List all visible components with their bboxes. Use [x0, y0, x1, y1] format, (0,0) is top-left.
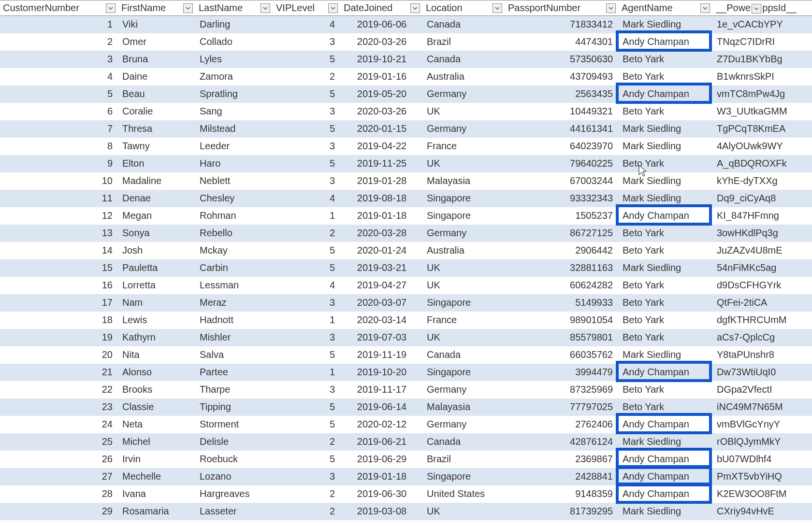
cell-location[interactable]: France	[423, 138, 505, 155]
cell-agent-name[interactable]: Andy Champan	[619, 364, 713, 381]
cell-first-name[interactable]: Nam	[118, 294, 196, 312]
cell-last-name[interactable]: Collado	[196, 33, 273, 51]
filter-dropdown-button[interactable]	[606, 3, 616, 13]
cell-power-apps-id[interactable]: d9DsCFHGYrk	[713, 277, 812, 294]
cell-passport-number[interactable]: 4474301	[505, 33, 619, 51]
table-row[interactable]: 18LewisHadnott12020-03-14France98901054B…	[0, 312, 812, 329]
cell-location[interactable]: UK	[423, 503, 505, 520]
filter-dropdown-button[interactable]	[328, 3, 338, 13]
cell-location[interactable]: Germany	[423, 85, 505, 103]
cell-date-joined[interactable]: 2019-01-18	[341, 207, 423, 225]
cell-last-name[interactable]: Zamora	[196, 68, 273, 85]
cell-passport-number[interactable]: 81739295	[505, 503, 619, 520]
cell-first-name[interactable]: Mechelle	[118, 468, 196, 485]
cell-last-name[interactable]: Hargreaves	[196, 485, 273, 503]
cell-date-joined[interactable]: 2019-10-20	[341, 364, 423, 381]
cell-power-apps-id[interactable]: DGpa2VfectI	[713, 381, 812, 398]
cell-agent-name[interactable]: Mark Siedling	[619, 259, 713, 277]
cell-location[interactable]: Singapore	[423, 190, 505, 207]
cell-agent-name[interactable]: Beto Yark	[619, 68, 713, 85]
cell-passport-number[interactable]: 2369867	[505, 451, 619, 468]
table-row[interactable]: 11DenaeChesley42019-08-18Singapore933323…	[0, 190, 812, 207]
cell-first-name[interactable]: Lewis	[118, 312, 196, 329]
cell-agent-name[interactable]: Andy Champan	[619, 207, 713, 225]
cell-agent-name[interactable]: Mark Siedling	[619, 172, 713, 190]
cell-power-apps-id[interactable]: B1wknrsSkPI	[713, 68, 812, 85]
cell-last-name[interactable]: Haro	[196, 155, 273, 172]
cell-agent-name[interactable]: Mark Siedling	[619, 138, 713, 155]
cell-first-name[interactable]: Beau	[118, 85, 196, 103]
cell-vip-level[interactable]: 3	[273, 294, 341, 312]
cell-last-name[interactable]: Lyles	[196, 51, 273, 68]
cell-vip-level[interactable]: 4	[273, 277, 341, 294]
cell-last-name[interactable]: Milstead	[196, 120, 273, 138]
cell-power-apps-id[interactable]: KI_847HFmng	[713, 207, 812, 225]
cell-first-name[interactable]: Josh	[118, 242, 196, 259]
cell-date-joined[interactable]: 2020-03-26	[341, 33, 423, 51]
cell-agent-name[interactable]: Beto Yark	[619, 329, 713, 346]
cell-last-name[interactable]: Tipping	[196, 398, 273, 416]
cell-vip-level[interactable]: 5	[273, 398, 341, 416]
cell-power-apps-id[interactable]: Dw73WtiUqI0	[713, 364, 812, 381]
filter-dropdown-button[interactable]	[410, 3, 420, 13]
cell-vip-level[interactable]: 2	[273, 485, 341, 503]
cell-passport-number[interactable]: 2906442	[505, 242, 619, 259]
cell-last-name[interactable]: Mishler	[196, 329, 273, 346]
cell-customer-number[interactable]: 3	[0, 51, 118, 68]
cell-passport-number[interactable]: 2762406	[505, 416, 619, 433]
cell-agent-name[interactable]: Beto Yark	[619, 155, 713, 172]
cell-power-apps-id[interactable]: 4AlyOUwk9WY	[713, 138, 812, 155]
cell-date-joined[interactable]: 2019-04-22	[341, 138, 423, 155]
cell-location[interactable]: Singapore	[423, 207, 505, 225]
cell-agent-name[interactable]: Mark Siedling	[619, 346, 713, 364]
cell-first-name[interactable]: Megan	[118, 207, 196, 225]
cell-last-name[interactable]: Storment	[196, 416, 273, 433]
cell-agent-name[interactable]: Mark Siedling	[619, 190, 713, 207]
cell-passport-number[interactable]: 66035762	[505, 346, 619, 364]
cell-first-name[interactable]: Neta	[118, 416, 196, 433]
cell-power-apps-id[interactable]: iNC49M7N65M	[713, 398, 812, 416]
cell-last-name[interactable]: Lozano	[196, 468, 273, 485]
cell-first-name[interactable]: Coralie	[118, 103, 196, 120]
cell-customer-number[interactable]: 27	[0, 468, 118, 485]
cell-customer-number[interactable]: 13	[0, 225, 118, 242]
cell-customer-number[interactable]: 28	[0, 485, 118, 503]
header-date-joined[interactable]: DateJoined	[341, 0, 423, 16]
cell-passport-number[interactable]: 86727125	[505, 225, 619, 242]
cell-last-name[interactable]: Darling	[196, 16, 273, 33]
cell-agent-name[interactable]: Beto Yark	[619, 103, 713, 120]
header-first-name[interactable]: FirstName	[118, 0, 196, 16]
cell-date-joined[interactable]: 2019-03-08	[341, 503, 423, 520]
cell-last-name[interactable]: Chesley	[196, 190, 273, 207]
cell-first-name[interactable]: Bruna	[118, 51, 196, 68]
cell-power-apps-id[interactable]: Y8taPUnshr8	[713, 346, 812, 364]
cell-agent-name[interactable]: Beto Yark	[619, 398, 713, 416]
cell-location[interactable]: Australia	[423, 242, 505, 259]
cell-agent-name[interactable]: Beto Yark	[619, 312, 713, 329]
cell-vip-level[interactable]: 4	[273, 190, 341, 207]
cell-date-joined[interactable]: 2019-11-17	[341, 381, 423, 398]
cell-location[interactable]: Singapore	[423, 364, 505, 381]
cell-passport-number[interactable]: 98901054	[505, 312, 619, 329]
header-vip-level[interactable]: VIPLevel	[273, 0, 341, 16]
table-row[interactable]: 26IrvinRoebuck52019-06-29Brazil2369867An…	[0, 451, 812, 468]
table-row[interactable]: 25MichelDelisle22019-06-21Canada42876124…	[0, 433, 812, 451]
cell-power-apps-id[interactable]: vmBVlGcYnyY	[713, 416, 812, 433]
cell-agent-name[interactable]: Beto Yark	[619, 294, 713, 312]
cell-agent-name[interactable]: Andy Champan	[619, 416, 713, 433]
cell-first-name[interactable]: Brooks	[118, 381, 196, 398]
cell-location[interactable]: Canada	[423, 51, 505, 68]
cell-first-name[interactable]: Irvin	[118, 451, 196, 468]
cell-last-name[interactable]: Hadnott	[196, 312, 273, 329]
cell-vip-level[interactable]: 2	[273, 503, 341, 520]
cell-customer-number[interactable]: 23	[0, 398, 118, 416]
cell-agent-name[interactable]: Andy Champan	[619, 485, 713, 503]
cell-location[interactable]: UK	[423, 329, 505, 346]
cell-location[interactable]: Malayasia	[423, 172, 505, 190]
cell-date-joined[interactable]: 2019-01-18	[341, 468, 423, 485]
cell-date-joined[interactable]: 2019-10-21	[341, 51, 423, 68]
table-row[interactable]: 21AlonsoPartee12019-10-20Singapore399447…	[0, 364, 812, 381]
cell-passport-number[interactable]: 93332343	[505, 190, 619, 207]
cell-vip-level[interactable]: 5	[273, 155, 341, 172]
cell-customer-number[interactable]: 11	[0, 190, 118, 207]
